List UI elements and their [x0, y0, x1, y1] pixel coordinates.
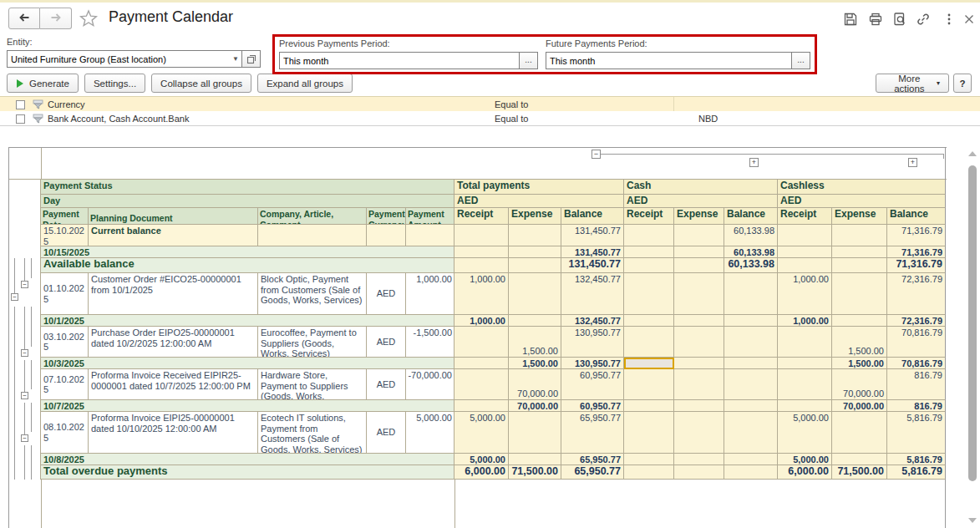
payment-amount-cell[interactable]: 5,000.00: [406, 412, 454, 454]
header-cash[interactable]: Cash: [624, 180, 778, 195]
tp-e-cell[interactable]: [509, 273, 561, 315]
header-balance[interactable]: Balance: [887, 208, 946, 225]
tp-r-cell[interactable]: 5,000.00: [454, 454, 509, 465]
header-expense[interactable]: Expense: [509, 208, 561, 225]
payment-date-cell[interactable]: 07.10.2025: [41, 369, 89, 400]
cl-r-cell[interactable]: [778, 246, 832, 258]
save-icon[interactable]: [842, 11, 859, 28]
payment-currency-cell[interactable]: [367, 225, 406, 246]
tp-e-cell[interactable]: [509, 246, 561, 258]
planning-document-cell[interactable]: Customer Order #EICO25-00000001 from 10/…: [89, 273, 258, 315]
cl-r-cell[interactable]: [778, 258, 832, 273]
header-planning-document[interactable]: Planning Document: [89, 208, 258, 225]
c-e-cell[interactable]: [674, 465, 724, 480]
cl-e-cell[interactable]: [832, 273, 887, 315]
c-b-cell[interactable]: [724, 400, 778, 412]
company-article-comment-cell[interactable]: Eurocoffee, Payment to Suppliers (Goods,…: [258, 327, 367, 358]
c-e-cell[interactable]: [674, 369, 724, 400]
tp-e-cell[interactable]: 1,500.00: [509, 358, 561, 369]
c-e-cell[interactable]: [674, 258, 724, 273]
header-payment-amount[interactable]: Payment Amount: [406, 208, 454, 225]
c-b-cell[interactable]: [724, 273, 778, 315]
tp-b-cell[interactable]: 131,450.77: [561, 258, 624, 273]
filter-checkbox[interactable]: [16, 100, 25, 109]
c-b-cell[interactable]: [724, 315, 778, 327]
cl-r-cell[interactable]: [778, 400, 832, 412]
cl-r-cell[interactable]: [778, 369, 832, 400]
tp-r-cell[interactable]: [454, 225, 509, 246]
c-r-cell[interactable]: [624, 412, 674, 454]
tp-e-cell[interactable]: 1,500.00: [509, 327, 561, 358]
c-r-cell[interactable]: [624, 358, 674, 369]
header-aed[interactable]: AED: [778, 195, 946, 208]
header-day[interactable]: Day: [41, 195, 454, 208]
collapse-group-icon[interactable]: −: [21, 392, 28, 399]
cl-b-cell[interactable]: 5,816.79: [887, 454, 946, 465]
tp-b-cell[interactable]: 60,950.77: [561, 400, 624, 412]
cl-b-cell[interactable]: 71,316.79: [887, 246, 946, 258]
tp-e-cell[interactable]: [509, 454, 561, 465]
c-e-cell[interactable]: [674, 327, 724, 358]
c-b-cell[interactable]: [724, 358, 778, 369]
header-aed[interactable]: AED: [454, 195, 624, 208]
cl-r-cell[interactable]: [778, 225, 832, 246]
cl-r-cell[interactable]: 1,000.00: [778, 315, 832, 327]
tp-b-cell[interactable]: 130,950.77: [561, 358, 624, 369]
vertical-scrollbar[interactable]: [966, 147, 979, 528]
future-period-picker-button[interactable]: ...: [792, 52, 810, 69]
tp-r-cell[interactable]: [454, 358, 509, 369]
generate-button[interactable]: Generate: [7, 74, 79, 93]
c-r-cell[interactable]: [624, 369, 674, 400]
payment-amount-cell[interactable]: -70,000.00: [406, 369, 454, 400]
prev-period-input[interactable]: [279, 52, 520, 69]
c-e-cell[interactable]: [674, 412, 724, 454]
payment-currency-cell[interactable]: AED: [367, 412, 406, 454]
tp-b-cell[interactable]: 130,950.77: [561, 327, 624, 358]
c-e-cell[interactable]: [674, 400, 724, 412]
section-label-cell[interactable]: Total overdue payments: [41, 465, 454, 480]
cl-r-cell[interactable]: [778, 327, 832, 358]
cl-e-cell[interactable]: [832, 315, 887, 327]
cl-r-cell[interactable]: 5,000.00: [778, 412, 832, 454]
tp-e-cell[interactable]: 70,000.00: [509, 369, 561, 400]
c-e-cell[interactable]: [674, 315, 724, 327]
tp-b-cell[interactable]: 132,450.77: [561, 273, 624, 315]
filter-row-currency[interactable]: Currency Equal to: [0, 96, 980, 111]
c-e-cell[interactable]: [674, 358, 724, 369]
company-article-comment-cell[interactable]: Ecotech IT solutions, Payment from Custo…: [258, 412, 367, 454]
cl-b-cell[interactable]: 72,316.79: [887, 273, 946, 315]
tp-e-cell[interactable]: 70,000.00: [509, 400, 561, 412]
cl-b-cell[interactable]: 816.79: [887, 369, 946, 400]
payment-currency-cell[interactable]: AED: [367, 369, 406, 400]
tp-b-cell[interactable]: 65,950.77: [561, 465, 624, 480]
cl-e-cell[interactable]: [832, 225, 887, 246]
favorite-star-icon[interactable]: [79, 8, 99, 30]
c-b-cell[interactable]: [724, 465, 778, 480]
cl-e-cell[interactable]: 70,000.00: [832, 369, 887, 400]
cl-e-cell[interactable]: [832, 454, 887, 465]
tp-r-cell[interactable]: [454, 246, 509, 258]
tp-e-cell[interactable]: 71,500.00: [509, 465, 561, 480]
day-label-cell[interactable]: 10/15/2025: [41, 246, 454, 258]
payment-amount-cell[interactable]: 1,000.00: [406, 273, 454, 315]
c-r-cell[interactable]: [624, 258, 674, 273]
c-r-cell[interactable]: [624, 454, 674, 465]
header-receipt[interactable]: Receipt: [454, 208, 509, 225]
c-e-cell[interactable]: [674, 454, 724, 465]
collapse-group-icon[interactable]: −: [21, 434, 28, 442]
header-cashless[interactable]: Cashless: [778, 180, 946, 195]
payment-date-cell[interactable]: 01.10.2025: [41, 273, 89, 315]
cl-e-cell[interactable]: 71,500.00: [832, 465, 887, 480]
entity-input[interactable]: [7, 50, 242, 68]
day-label-cell[interactable]: 10/3/2025: [41, 358, 454, 369]
payment-amount-cell[interactable]: -1,500.00: [406, 327, 454, 358]
tp-b-cell[interactable]: 131,450.77: [561, 225, 624, 246]
cl-e-cell[interactable]: 1,500.00: [832, 327, 887, 358]
cl-b-cell[interactable]: 71,316.79: [887, 225, 946, 246]
tp-r-cell[interactable]: 5,000.00: [454, 412, 509, 454]
section-label-cell[interactable]: Available balance: [41, 258, 454, 273]
c-r-cell[interactable]: [624, 327, 674, 358]
company-article-comment-cell[interactable]: Hardware Store, Payment to Suppliers (Go…: [258, 369, 367, 400]
settings-button[interactable]: Settings...: [84, 74, 145, 93]
back-button[interactable]: [8, 8, 40, 29]
